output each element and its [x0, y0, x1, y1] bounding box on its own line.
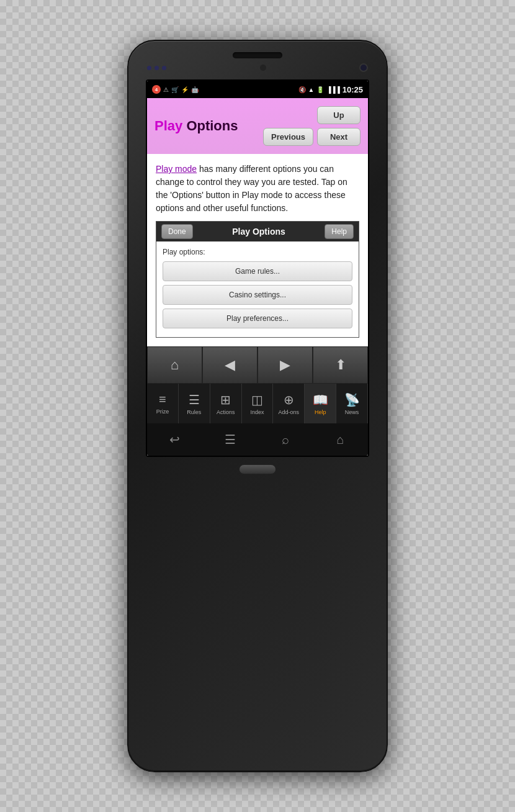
android-nav-bar: ↩ ☰ ⌕ ⌂: [147, 423, 368, 456]
up-button[interactable]: Up: [317, 106, 361, 124]
actions-label: Actions: [217, 409, 235, 415]
tab-help[interactable]: 📖 Help: [305, 384, 336, 423]
tab-addons[interactable]: ⊕ Add-ons: [273, 384, 305, 423]
shopping-icon: 🛒: [171, 86, 179, 93]
tab-bar: ≡ Prize ☰ Rules ⊞ Actions ◫ Index ⊕ Add-…: [147, 384, 368, 423]
options-panel-title: Play Options: [193, 225, 325, 238]
front-camera: [359, 63, 368, 72]
led-1: [147, 66, 151, 70]
next-button[interactable]: Next: [317, 128, 361, 146]
battery-icon: 🔋: [316, 86, 324, 93]
android-search-button[interactable]: ⌕: [273, 427, 298, 452]
up-nav-button[interactable]: ⬆: [313, 346, 368, 384]
back-nav-button[interactable]: ◀: [202, 346, 258, 384]
help-button[interactable]: Help: [325, 224, 354, 239]
intro-paragraph: Play mode has many different options you…: [156, 163, 359, 215]
title-options-word: Options: [182, 118, 238, 133]
options-panel-body: Play options: Game rules... Casino setti…: [156, 241, 359, 337]
volume-icon: 🔇: [298, 86, 306, 93]
rules-icon: ☰: [189, 392, 200, 407]
rules-label: Rules: [187, 409, 201, 415]
clock: 10:25: [343, 85, 363, 94]
page-header: Play Options Up Previous Next: [147, 98, 368, 154]
notification-icons: 4 ⚠ 🛒 ⚡ 🤖: [152, 85, 199, 94]
help-tab-icon: 📖: [313, 392, 328, 407]
news-icon: 📡: [344, 392, 360, 407]
title-block: Play Options: [154, 118, 263, 134]
news-label: News: [345, 409, 359, 415]
content-area: Play mode has many different options you…: [147, 154, 368, 346]
tab-rules[interactable]: ☰ Rules: [179, 384, 210, 423]
phone-bottom: [128, 464, 387, 474]
prize-label: Prize: [156, 408, 169, 415]
prize-icon: ≡: [159, 392, 166, 407]
options-panel-header: Done Play Options Help: [156, 222, 359, 241]
nav-button-row: ⌂ ◀ ▶ ⬆: [147, 346, 368, 384]
page-title: Play Options: [154, 118, 263, 134]
phone-shell: 4 ⚠ 🛒 ⚡ 🤖 🔇 ▲ 🔋 ▐▐▐ 10:25 Play Options: [127, 40, 388, 772]
tab-prize[interactable]: ≡ Prize: [147, 384, 179, 423]
usb-icon: ⚡: [181, 86, 189, 93]
status-bar: 4 ⚠ 🛒 ⚡ 🤖 🔇 ▲ 🔋 ▐▐▐ 10:25: [147, 81, 368, 98]
physical-home-button[interactable]: [239, 464, 276, 474]
led-2: [154, 66, 159, 70]
actions-icon: ⊞: [220, 392, 231, 407]
home-nav-button[interactable]: ⌂: [147, 346, 202, 384]
header-nav-buttons: Up Previous Next: [263, 106, 361, 146]
play-mode-link[interactable]: Play mode: [156, 164, 197, 174]
warning-icon: ⚠: [163, 86, 169, 93]
play-preferences-button[interactable]: Play preferences...: [163, 309, 352, 328]
game-rules-button[interactable]: Game rules...: [163, 261, 352, 281]
tab-news[interactable]: 📡 News: [336, 384, 368, 423]
led-3: [162, 66, 166, 70]
proximity-sensor: [260, 65, 266, 71]
android-back-button[interactable]: ↩: [163, 427, 187, 452]
notification-badge: 4: [152, 85, 161, 94]
index-icon: ◫: [251, 392, 263, 407]
addons-label: Add-ons: [279, 409, 300, 415]
casino-settings-button[interactable]: Casino settings...: [163, 285, 352, 305]
system-icons: 🔇 ▲ 🔋 ▐▐▐ 10:25: [298, 85, 363, 94]
done-button[interactable]: Done: [161, 224, 193, 239]
index-label: Index: [250, 409, 264, 415]
signal-icon: ▐▐▐: [326, 86, 339, 93]
led-indicators: [147, 66, 166, 70]
tab-index[interactable]: ◫ Index: [242, 384, 274, 423]
speaker-grill: [233, 52, 282, 58]
options-panel: Done Play Options Help Play options: Gam…: [156, 221, 359, 338]
play-options-label: Play options:: [163, 246, 352, 258]
title-play-word: Play: [154, 118, 182, 133]
help-label: Help: [315, 409, 326, 415]
android-menu-button[interactable]: ☰: [218, 427, 243, 452]
android-icon: 🤖: [191, 86, 199, 93]
previous-button[interactable]: Previous: [263, 128, 313, 146]
addons-icon: ⊕: [284, 392, 294, 407]
tab-actions[interactable]: ⊞ Actions: [210, 384, 242, 423]
top-sensors: [128, 58, 387, 74]
forward-nav-button[interactable]: ▶: [258, 346, 313, 384]
wifi-icon: ▲: [308, 86, 315, 93]
prev-next-row: Previous Next: [263, 128, 361, 146]
phone-screen: 4 ⚠ 🛒 ⚡ 🤖 🔇 ▲ 🔋 ▐▐▐ 10:25 Play Options: [146, 79, 369, 457]
android-home-button[interactable]: ⌂: [328, 427, 353, 452]
